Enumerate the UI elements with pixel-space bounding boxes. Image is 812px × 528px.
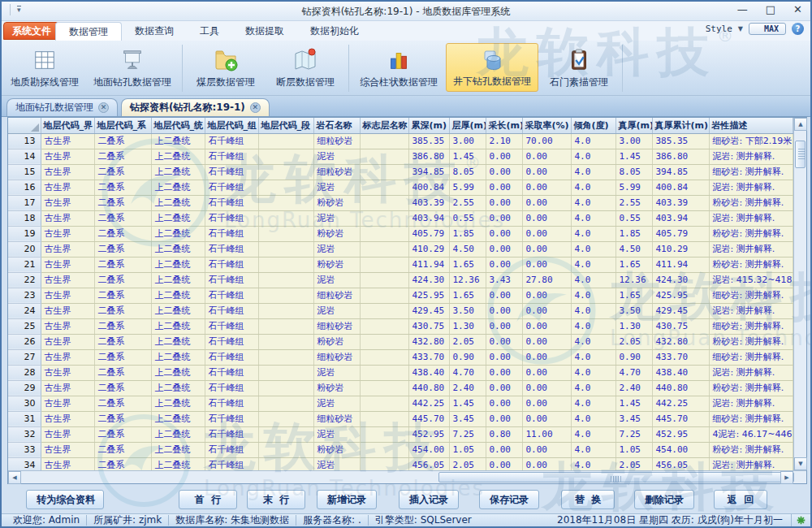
cell[interactable]: [258, 442, 313, 457]
table-row[interactable]: 34 古生界 二叠系 上二叠统 石千峰组 泥岩 456.05 2.05 0.00…: [8, 457, 793, 470]
cell[interactable]: 上二叠统: [151, 396, 205, 411]
cell[interactable]: 二叠系: [94, 380, 151, 396]
cell[interactable]: 细砂岩: 测井解释.: [709, 318, 793, 334]
cell[interactable]: 0.00: [522, 442, 571, 457]
cell[interactable]: 上二叠统: [151, 180, 205, 195]
cell[interactable]: 石千峰组: [205, 164, 258, 180]
col-header[interactable]: 地层代码_系: [94, 118, 151, 133]
cell[interactable]: 0.00: [522, 288, 571, 303]
row-number-cell[interactable]: 14: [8, 149, 41, 164]
row-number-cell[interactable]: 24: [8, 303, 41, 318]
cell[interactable]: 上二叠统: [151, 349, 205, 365]
ribbon-tab-data-init[interactable]: 数据初始化: [297, 22, 372, 41]
cell[interactable]: 二叠系: [94, 334, 151, 349]
cell[interactable]: 425.95: [652, 288, 709, 303]
col-header[interactable]: 采取率(%): [522, 118, 571, 133]
cell[interactable]: [360, 457, 408, 470]
cell[interactable]: 二叠系: [94, 257, 151, 272]
cell[interactable]: [360, 257, 408, 272]
cell[interactable]: 1.05: [449, 442, 486, 457]
cell[interactable]: [258, 426, 313, 442]
cell[interactable]: 石千峰组: [205, 272, 258, 288]
cell[interactable]: 405.79: [652, 226, 709, 241]
cell[interactable]: 2.05: [615, 334, 652, 349]
row-number-cell[interactable]: 20: [8, 241, 41, 257]
col-header[interactable]: 真厚累计(m): [652, 118, 709, 133]
cell[interactable]: 70.00: [522, 133, 571, 149]
cell[interactable]: 泥岩: [313, 149, 360, 164]
cell[interactable]: [258, 365, 313, 380]
cell[interactable]: 石千峰组: [205, 411, 258, 426]
cell[interactable]: 泥岩: [313, 365, 360, 380]
ribbon-tab-data-extract[interactable]: 数据提取: [232, 22, 297, 41]
cell[interactable]: 粉砂岩: [313, 195, 360, 210]
cell[interactable]: 4.0: [571, 318, 615, 334]
cell[interactable]: 0.00: [522, 349, 571, 365]
ribbon-tab-data-query[interactable]: 数据查询: [122, 22, 187, 41]
cell[interactable]: 泥岩: 测井解释.: [709, 365, 793, 380]
cell[interactable]: 细砂岩: 测井解释.: [709, 164, 793, 180]
cell[interactable]: 石千峰组: [205, 133, 258, 149]
cell[interactable]: 古生界: [41, 164, 94, 180]
cell[interactable]: 5.99: [615, 180, 652, 195]
cell[interactable]: 4.0: [571, 226, 615, 241]
help-icon[interactable]: ?: [792, 23, 804, 35]
cell[interactable]: 二叠系: [94, 349, 151, 365]
cell[interactable]: 27.80: [522, 272, 571, 288]
cell[interactable]: 3.45: [449, 411, 486, 426]
cell[interactable]: 0.00: [486, 349, 522, 365]
cell[interactable]: 4.0: [571, 257, 615, 272]
cell[interactable]: 432.80: [408, 334, 449, 349]
cell[interactable]: 0.00: [486, 365, 522, 380]
cell[interactable]: 385.35: [652, 133, 709, 149]
cell[interactable]: 3.00: [449, 133, 486, 149]
cell[interactable]: [360, 149, 408, 164]
row-number-cell[interactable]: 16: [8, 180, 41, 195]
cell[interactable]: 细粒砂岩: [313, 164, 360, 180]
cell[interactable]: 0.00: [486, 411, 522, 426]
first-row-button[interactable]: 首 行: [179, 490, 237, 509]
cell[interactable]: 0.00: [486, 303, 522, 318]
cell[interactable]: 二叠系: [94, 303, 151, 318]
cell[interactable]: 古生界: [41, 226, 94, 241]
cell[interactable]: 古生界: [41, 380, 94, 396]
col-header[interactable]: 累深(m): [408, 118, 449, 133]
cell[interactable]: [258, 133, 313, 149]
convert-composite-button[interactable]: 转为综合资料: [26, 490, 104, 509]
ribbon-button-rock-gate-sketch[interactable]: 石门素描管理: [540, 43, 618, 92]
cell[interactable]: 古生界: [41, 365, 94, 380]
cell[interactable]: 4.0: [571, 442, 615, 457]
cell[interactable]: 0.00: [522, 396, 571, 411]
cell[interactable]: 8.05: [615, 164, 652, 180]
cell[interactable]: 泥岩: 测井解释.: [709, 210, 793, 226]
col-header[interactable]: 采长(m): [486, 118, 522, 133]
row-number-cell[interactable]: 34: [8, 457, 41, 470]
cell[interactable]: 403.39: [408, 195, 449, 210]
cell[interactable]: 石千峰组: [205, 303, 258, 318]
cell[interactable]: 泥岩: 测井解释.: [709, 241, 793, 257]
cell[interactable]: 1.65: [615, 257, 652, 272]
cell[interactable]: 石千峰组: [205, 457, 258, 470]
cell[interactable]: 4.0: [571, 272, 615, 288]
cell[interactable]: 4.70: [615, 365, 652, 380]
cell[interactable]: 4.50: [615, 241, 652, 257]
cell[interactable]: 1.65: [449, 257, 486, 272]
cell[interactable]: 0.00: [486, 380, 522, 396]
cell[interactable]: 二叠系: [94, 272, 151, 288]
cell[interactable]: 0.00: [486, 180, 522, 195]
cell[interactable]: 12.36: [449, 272, 486, 288]
cell[interactable]: [258, 180, 313, 195]
cell[interactable]: 1.45: [615, 396, 652, 411]
row-number-cell[interactable]: 23: [8, 288, 41, 303]
table-row[interactable]: 20 古生界 二叠系 上二叠统 石千峰组 泥岩 410.29 4.50 0.00…: [8, 241, 793, 257]
cell[interactable]: 石千峰组: [205, 318, 258, 334]
cell[interactable]: [258, 288, 313, 303]
table-row[interactable]: 29 古生界 二叠系 上二叠统 石千峰组 粉砂岩 440.80 2.40 0.0…: [8, 380, 793, 396]
cell[interactable]: 二叠系: [94, 426, 151, 442]
cell[interactable]: [258, 257, 313, 272]
cell[interactable]: 粉砂岩: [313, 334, 360, 349]
cell[interactable]: 上二叠统: [151, 457, 205, 470]
cell[interactable]: 0.00: [522, 149, 571, 164]
cell[interactable]: 泥岩: [313, 303, 360, 318]
table-row[interactable]: 23 古生界 二叠系 上二叠统 石千峰组 细粒砂岩 425.95 1.65 0.…: [8, 288, 793, 303]
